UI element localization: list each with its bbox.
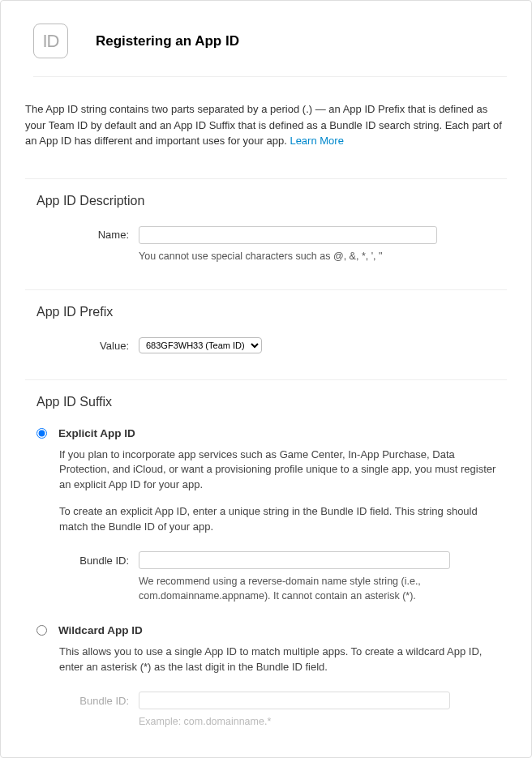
explicit-label: Explicit App ID xyxy=(58,427,135,439)
wildcard-label: Wildcard App ID xyxy=(58,624,143,636)
wildcard-bundle-hint: Example: com.domainname.* xyxy=(139,714,460,729)
suffix-section: App ID Suffix Explicit App ID If you pla… xyxy=(25,379,507,729)
explicit-body: If you plan to incorporate app services … xyxy=(59,448,507,603)
wildcard-radio-row[interactable]: Wildcard App ID xyxy=(36,624,507,636)
explicit-radio-row[interactable]: Explicit App ID xyxy=(36,427,507,439)
wildcard-radio[interactable] xyxy=(36,625,47,636)
name-input[interactable] xyxy=(139,226,437,244)
prefix-title: App ID Prefix xyxy=(36,305,507,319)
name-label: Name: xyxy=(36,226,139,241)
id-icon-label: ID xyxy=(43,31,59,52)
wildcard-block: Wildcard App ID This allows you to use a… xyxy=(36,624,507,729)
name-hint: You cannot use special characters such a… xyxy=(139,249,460,263)
page-header: ID Registering an App ID xyxy=(33,24,507,77)
wildcard-bundle-input xyxy=(139,692,450,709)
intro-text: The App ID string contains two parts sep… xyxy=(25,77,507,178)
wildcard-bundle-label: Bundle ID: xyxy=(36,692,139,709)
explicit-bundle-input[interactable] xyxy=(139,551,450,569)
explicit-bundle-hint: We recommend using a reverse-domain name… xyxy=(139,574,460,603)
explicit-bundle-label: Bundle ID: xyxy=(36,551,139,569)
id-icon: ID xyxy=(33,24,68,58)
page-title: Registering an App ID xyxy=(96,33,239,49)
prefix-section: App ID Prefix Value: 683GF3WH33 (Team ID… xyxy=(25,289,507,379)
explicit-para1: If you plan to incorporate app services … xyxy=(59,448,507,494)
explicit-radio[interactable] xyxy=(36,428,47,439)
learn-more-link[interactable]: Learn More xyxy=(290,135,343,147)
description-section: App ID Description Name: You cannot use … xyxy=(25,178,507,289)
description-title: App ID Description xyxy=(36,194,507,208)
suffix-title: App ID Suffix xyxy=(36,395,507,409)
wildcard-para1: This allows you to use a single App ID t… xyxy=(59,645,507,675)
prefix-select[interactable]: 683GF3WH33 (Team ID) xyxy=(139,337,262,353)
value-label: Value: xyxy=(36,337,139,352)
intro-body: The App ID string contains two parts sep… xyxy=(25,103,502,147)
explicit-para2: To create an explicit App ID, enter a un… xyxy=(59,504,507,535)
wildcard-body: This allows you to use a single App ID t… xyxy=(59,645,507,729)
explicit-block: Explicit App ID If you plan to incorpora… xyxy=(36,427,507,603)
